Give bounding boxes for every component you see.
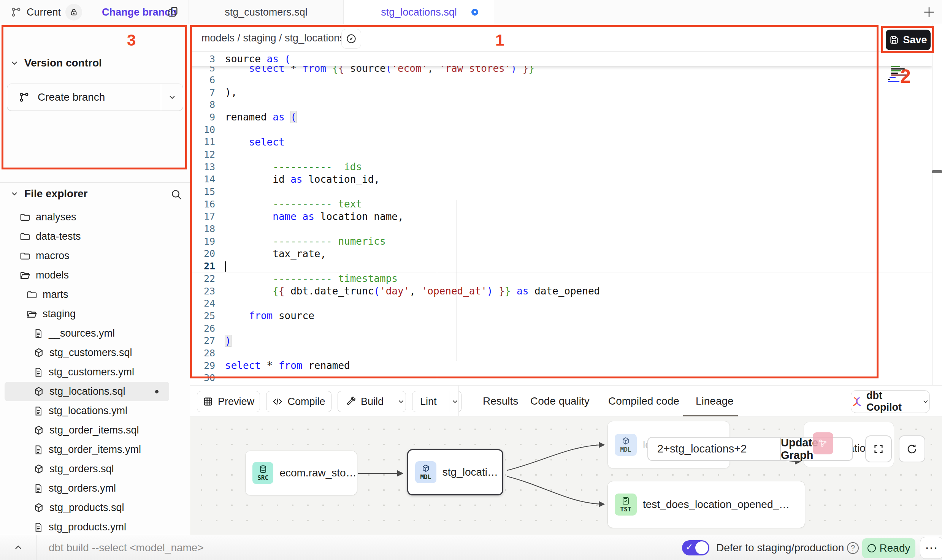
save-button[interactable]: Save <box>886 30 931 50</box>
code-line-8[interactable]: 8 <box>190 98 932 111</box>
line-number: 11 <box>190 136 225 147</box>
lineage-node-stg-locations[interactable]: MDL stg_locations <box>407 449 503 495</box>
dbt-copilot-button[interactable]: dbt Copilot <box>851 390 930 413</box>
file-tree-item-stg-locations-yml[interactable]: stg_locations.yml <box>0 401 190 421</box>
line-number: 8 <box>190 99 225 110</box>
command-bar-collapse[interactable] <box>0 535 36 560</box>
build-dropdown[interactable] <box>396 391 406 412</box>
file-tree-item-analyses[interactable]: analyses <box>0 207 190 227</box>
file-name: stg_customers.sql <box>49 347 132 359</box>
copy-branch-icon[interactable] <box>167 0 179 24</box>
compile-button[interactable]: Compile <box>266 391 331 412</box>
build-button[interactable]: Build <box>338 391 406 412</box>
code-line-12[interactable]: 12 <box>190 148 932 161</box>
code-line-15[interactable]: 15 <box>190 185 932 198</box>
code-line-16[interactable]: 16 ---------- text <box>190 198 932 210</box>
command-input[interactable]: dbt build --select <model_name> <box>49 535 204 560</box>
tab-compiled-code[interactable]: Compiled code <box>608 386 679 417</box>
file-tree-item-stg-order-items-yml[interactable]: stg_order_items.yml <box>0 440 190 459</box>
selector-value: 2+stg_locations+2 <box>657 443 747 455</box>
code-line-30[interactable]: 30 <box>190 372 932 384</box>
fullscreen-icon <box>873 444 884 454</box>
line-content: {{ dbt.date_trunc('day', 'opened_at') }}… <box>225 285 600 297</box>
code-line-18[interactable]: 18 <box>190 223 932 235</box>
code-line-3[interactable]: 3source as ( <box>190 53 290 65</box>
lineage-node-source[interactable]: SRC ecom.raw_stores <box>245 451 357 495</box>
line-number: 15 <box>190 186 225 197</box>
code-line-17[interactable]: 17 name as location_name, <box>190 210 932 223</box>
file-tree-item-stg-customers-sql[interactable]: stg_customers.sql <box>0 343 190 362</box>
line-number: 19 <box>190 236 225 247</box>
file-tree-item-stg-orders-sql[interactable]: stg_orders.sql <box>0 459 190 479</box>
defer-toggle[interactable]: ✓ <box>682 540 709 555</box>
code-line-13[interactable]: 13 ---------- ids <box>190 161 932 173</box>
editor-right-divider <box>932 24 932 385</box>
file-tree-item-marts[interactable]: marts <box>0 285 190 304</box>
copilot-compass-icon[interactable] <box>341 29 361 49</box>
tab-lineage[interactable]: Lineage <box>696 386 734 417</box>
code-line-22[interactable]: 22 ---------- timestamps <box>190 272 932 285</box>
badge-label: SRC <box>257 474 268 481</box>
code-line-14[interactable]: 14 id as location_id, <box>190 173 932 186</box>
change-branch-link[interactable]: Change branch <box>102 0 177 24</box>
code-line-5[interactable]: 5 select * from {{ source('ecom', 'raw_s… <box>190 66 534 74</box>
current-branch-widget[interactable]: Current <box>11 0 82 24</box>
create-branch-dropdown[interactable] <box>161 84 183 111</box>
version-control-header[interactable]: Version control <box>10 57 102 69</box>
file-tree-item-macros[interactable]: macros <box>0 246 190 266</box>
file-tree-item-stg-products-yml[interactable]: stg_products.yml <box>0 517 190 537</box>
file-tree-item-stg-products-sql[interactable]: stg_products.sql <box>0 498 190 517</box>
code-line-9[interactable]: 9renamed as ( <box>190 111 932 123</box>
badge-label: TST <box>620 506 631 513</box>
dbt-cloud-ide: Current Change branch stg_customers.sql … <box>0 0 942 560</box>
help-icon[interactable]: ? <box>847 542 859 554</box>
file-tree-item--sources-yml[interactable]: __sources.yml <box>0 324 190 343</box>
code-line-7[interactable]: 7), <box>190 86 932 99</box>
lineage-selector-input[interactable]: 2+stg_locations+2 <box>647 437 781 461</box>
file-tree-item-stg-orders-yml[interactable]: stg_orders.yml <box>0 479 190 498</box>
cube-icon <box>621 437 630 446</box>
tab-code-quality[interactable]: Code quality <box>530 386 590 417</box>
folder-open-icon <box>26 308 38 320</box>
code-line-26[interactable]: 26 <box>190 322 932 335</box>
code-editor[interactable]: 3source as ( 5 select * from {{ source('… <box>190 52 932 385</box>
new-tab-button[interactable] <box>920 3 938 21</box>
panel-resize-handle[interactable] <box>932 170 942 173</box>
file-tree-item-stg-customers-yml[interactable]: stg_customers.yml <box>0 362 190 382</box>
file-explorer-header[interactable]: File explorer <box>10 188 88 200</box>
tab-results[interactable]: Results <box>483 386 518 417</box>
lineage-graph[interactable]: SRC ecom.raw_stores MDL stg_locations MD… <box>190 416 942 535</box>
code-icon <box>272 396 283 407</box>
create-branch-button[interactable]: Create branch <box>7 84 183 111</box>
more-options-button[interactable]: ⋯ <box>920 537 942 559</box>
file-tree-item-models[interactable]: models <box>0 266 190 285</box>
search-icon[interactable] <box>170 188 182 201</box>
tab-stg-customers[interactable]: stg_customers.sql <box>189 0 344 24</box>
line-number: 10 <box>190 124 225 135</box>
code-line-6[interactable]: 6 <box>190 74 932 86</box>
save-label: Save <box>903 34 927 46</box>
preview-button[interactable]: Preview <box>197 391 260 412</box>
code-line-23[interactable]: 23 {{ dbt.date_trunc('day', 'opened_at')… <box>190 285 932 297</box>
lint-button[interactable]: Lint <box>412 391 461 412</box>
refresh-icon-button[interactable] <box>899 435 925 462</box>
code-line-10[interactable]: 10 <box>190 123 932 136</box>
code-line-19[interactable]: 19 ---------- numerics <box>190 235 932 248</box>
code-line-25[interactable]: 25 from source <box>190 310 932 322</box>
code-line-24[interactable]: 24 <box>190 297 932 310</box>
test-badge: TST <box>615 494 637 516</box>
line-number: 7 <box>190 87 225 98</box>
code-line-27[interactable]: 27) <box>190 334 932 347</box>
lint-dropdown[interactable] <box>449 391 461 412</box>
file-tree-item-staging[interactable]: staging <box>0 304 190 324</box>
file-tree-item-stg-locations-sql[interactable]: stg_locations.sql <box>5 382 169 401</box>
file-tree-item-stg-order-items-sql[interactable]: stg_order_items.sql <box>0 421 190 440</box>
file-tree-item-data-tests[interactable]: data-tests <box>0 227 190 246</box>
code-line-21[interactable]: 21 <box>190 260 932 272</box>
code-line-20[interactable]: 20 tax_rate, <box>190 248 932 260</box>
lineage-node-test[interactable]: TST test_does_location_opened_at_trunc_t… <box>607 481 805 528</box>
code-line-29[interactable]: 29select * from renamed <box>190 359 932 372</box>
fullscreen-button[interactable] <box>865 435 892 462</box>
code-line-28[interactable]: 28 <box>190 347 932 359</box>
code-line-11[interactable]: 11 select <box>190 136 932 148</box>
